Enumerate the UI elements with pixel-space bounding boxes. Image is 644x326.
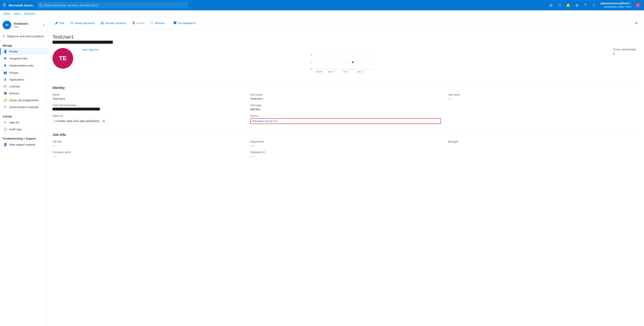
source-value-link[interactable]: Windows Server AD bbox=[252, 120, 278, 123]
sidebar-assigned-roles-label: Assigned roles bbox=[9, 57, 28, 60]
job-info-section: Job info Job title -- -- Department -- -… bbox=[52, 133, 639, 158]
section-divider-2 bbox=[52, 128, 639, 129]
feedback-icon[interactable]: ☺ bbox=[590, 2, 598, 9]
identity-title: Identity bbox=[52, 86, 639, 90]
job-title-label: Job title bbox=[52, 140, 244, 143]
refresh-button[interactable]: Refresh bbox=[148, 20, 167, 26]
sidebar-item-azure-role-assignments[interactable]: 🔑 Azure role assignments bbox=[0, 97, 47, 104]
top-navigation: ☰ Microsoft Azure ⊟ ⬡ 🔔 ⚙ ? ☺ admin@Univ… bbox=[0, 0, 644, 10]
feedback-button[interactable]: Got feedback? bbox=[171, 20, 199, 26]
settings-icon[interactable]: ⚙ bbox=[574, 2, 580, 9]
copy-icon[interactable]: ⧉ bbox=[103, 119, 105, 123]
cloud-shell-icon[interactable]: ⬡ bbox=[556, 2, 563, 9]
auth-methods-icon: 🛡 bbox=[3, 105, 7, 109]
field-employee-id: Employee ID -- -- bbox=[250, 151, 441, 158]
user-type-label: User type bbox=[250, 104, 441, 107]
search-icon bbox=[40, 4, 42, 7]
sidebar-azure-roles-label: Azure role assignments bbox=[9, 99, 38, 102]
delete-button[interactable]: Delete bbox=[130, 20, 147, 26]
toolbar-separator bbox=[169, 21, 169, 26]
sidebar: TE TestUser1 User « ✕ Diagnose and solve… bbox=[0, 17, 47, 326]
sidebar-support-label: Troubleshooting + Support bbox=[0, 135, 47, 141]
field-object-id: Object ID c17ed691-d64b-453c-a8b2-d54b25… bbox=[52, 114, 244, 124]
toolbar: Edit Reset password Revoke sessions Dele… bbox=[47, 17, 644, 29]
sidebar-item-applications[interactable]: ⊞ Applications bbox=[0, 76, 47, 83]
last-name-value: -- -- bbox=[448, 97, 639, 100]
last-name-label: Last name bbox=[448, 93, 639, 96]
user-org: UNIVERSAL PRINT TEST bbox=[600, 6, 632, 9]
upn-label: User Principal Name bbox=[52, 104, 244, 107]
breadcrumb-current[interactable]: TestUser1 bbox=[24, 12, 36, 15]
chart-title[interactable]: User Sign-ins bbox=[82, 48, 604, 51]
feedback-label: Got feedback? bbox=[178, 22, 196, 25]
breadcrumb: Home › Users › TestUser1 bbox=[0, 10, 644, 17]
content-area: Edit Reset password Revoke sessions Dele… bbox=[47, 17, 644, 326]
hamburger-menu[interactable]: ☰ bbox=[2, 3, 6, 8]
breadcrumb-sep-1: › bbox=[12, 12, 12, 15]
sidebar-profile-label: Profile bbox=[9, 50, 18, 53]
group-memberships-count[interactable]: 1 bbox=[613, 52, 639, 55]
employee-id-label: Employee ID bbox=[250, 151, 441, 154]
licenses-icon: 🏷 bbox=[3, 85, 7, 88]
x-label-sep27: Sep 27 bbox=[328, 71, 334, 73]
source-label: Source bbox=[250, 114, 441, 117]
sidebar-item-sign-ins[interactable]: ↩ Sign-ins bbox=[0, 119, 47, 126]
field-upn: User Principal Name bbox=[52, 104, 244, 111]
y-label-4: 4 bbox=[311, 54, 312, 56]
group-memberships: Group memberships 1 bbox=[613, 48, 639, 55]
breadcrumb-home[interactable]: Home bbox=[4, 12, 10, 15]
search-input[interactable] bbox=[44, 4, 186, 7]
sidebar-groups-label: Groups bbox=[9, 71, 18, 74]
refresh-label: Refresh bbox=[155, 22, 165, 25]
close-button[interactable]: ✕ bbox=[634, 20, 639, 26]
user-type-value: Member bbox=[250, 108, 441, 111]
sidebar-activity-label: Activity bbox=[0, 112, 47, 119]
avatar[interactable]: A bbox=[634, 2, 642, 9]
portal-icon[interactable]: ⊟ bbox=[548, 2, 554, 9]
sidebar-devices-label: Devices bbox=[9, 92, 19, 95]
manager-label: Manager bbox=[448, 140, 639, 143]
notifications-icon[interactable]: 🔔 bbox=[565, 2, 572, 9]
sidebar-manage-label: Manage bbox=[0, 42, 47, 48]
breadcrumb-sep-2: › bbox=[22, 12, 22, 15]
help-icon[interactable]: ? bbox=[582, 2, 589, 9]
field-department: Department -- -- bbox=[250, 140, 441, 147]
support-icon: 👤 bbox=[3, 143, 7, 146]
sidebar-item-devices[interactable]: 💻 Devices bbox=[0, 90, 47, 97]
sidebar-collapse-btn[interactable]: « bbox=[43, 23, 44, 27]
user-info[interactable]: admin@UniversalPrintT... UNIVERSAL PRINT… bbox=[599, 2, 633, 9]
refresh-icon bbox=[150, 22, 154, 25]
revoke-sessions-button[interactable]: Revoke sessions bbox=[98, 20, 129, 26]
object-id-value: c17ed691-d64b-453c-a8b2-d54b2552b... bbox=[54, 120, 102, 123]
sidebar-item-diagnose[interactable]: ✕ Diagnose and solve problems bbox=[0, 33, 47, 40]
sidebar-item-groups[interactable]: 👥 Groups bbox=[0, 69, 47, 76]
field-user-type: User type Member bbox=[250, 104, 441, 111]
identity-grid: Name TestUser1 First name TestUser1 Last… bbox=[52, 93, 639, 124]
sidebar-diagnose-label: Diagnose and solve problems bbox=[7, 35, 44, 38]
sidebar-item-admin-units[interactable]: Administrative units bbox=[0, 62, 47, 69]
revoke-icon bbox=[101, 22, 104, 25]
edit-button[interactable]: Edit bbox=[52, 20, 67, 26]
sidebar-item-auth-methods[interactable]: 🛡 Authentication methods bbox=[0, 104, 47, 111]
x-label-sep20: Sep 20 bbox=[316, 71, 322, 73]
audit-logs-icon: 📋 bbox=[3, 127, 7, 131]
sidebar-item-assigned-roles[interactable]: Assigned roles bbox=[0, 55, 47, 62]
field-source: Source Windows Server AD bbox=[250, 114, 441, 124]
sidebar-licenses-label: Licenses bbox=[9, 85, 20, 88]
applications-icon: ⊞ bbox=[3, 78, 7, 81]
first-name-value: TestUser1 bbox=[250, 97, 441, 100]
reset-password-button[interactable]: Reset password bbox=[68, 20, 97, 26]
assigned-roles-icon bbox=[3, 57, 7, 60]
sidebar-item-new-support[interactable]: 👤 New support request bbox=[0, 141, 47, 148]
nav-icons: ⊟ ⬡ 🔔 ⚙ ? ☺ admin@UniversalPrintT... UNI… bbox=[548, 2, 642, 9]
group-memberships-label: Group memberships bbox=[613, 48, 639, 51]
sidebar-item-audit-logs[interactable]: 📋 Audit logs bbox=[0, 126, 47, 133]
breadcrumb-users[interactable]: Users bbox=[14, 12, 20, 15]
sidebar-header: TE TestUser1 User « bbox=[0, 17, 47, 31]
company-name-label: Company name bbox=[52, 151, 244, 154]
sidebar-item-profile[interactable]: 👤 Profile bbox=[0, 48, 47, 55]
company-name-value: -- -- bbox=[52, 155, 244, 158]
sidebar-item-licenses[interactable]: 🏷 Licenses bbox=[0, 83, 47, 90]
devices-icon: 💻 bbox=[3, 92, 7, 95]
edit-label: Edit bbox=[60, 22, 64, 25]
